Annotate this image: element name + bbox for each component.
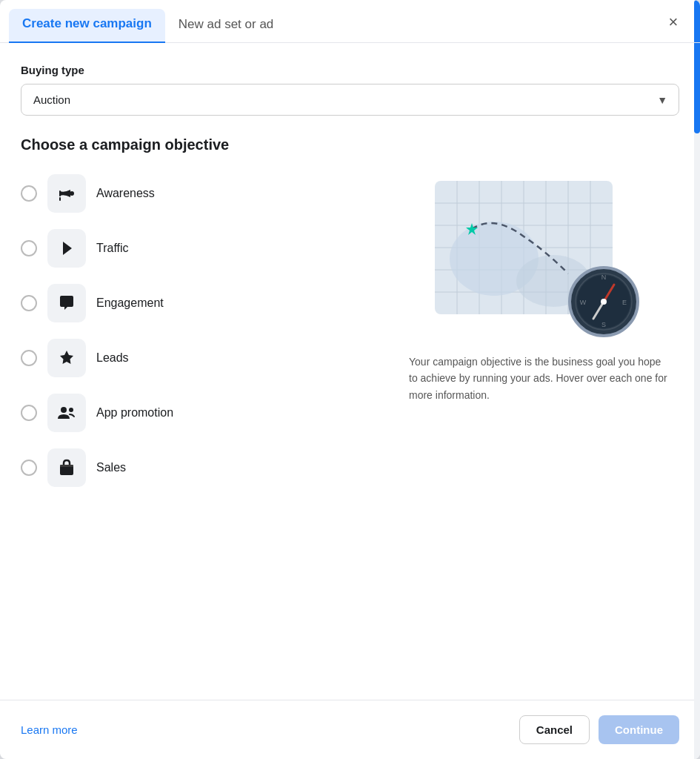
awareness-icon <box>57 184 76 203</box>
modal-header: Create new campaign New ad set or ad × <box>0 0 700 43</box>
radio-engagement[interactable] <box>21 295 37 311</box>
radio-sales[interactable] <box>21 460 37 476</box>
objective-right-panel: N S E W Your campaign objective is the b… <box>398 170 679 700</box>
objective-item-sales[interactable]: Sales <box>21 444 374 491</box>
leads-icon <box>57 348 76 368</box>
leads-icon-box <box>47 339 86 377</box>
traffic-label: Traffic <box>96 242 129 255</box>
engagement-icon <box>57 294 76 313</box>
objective-item-leads[interactable]: Leads <box>21 334 374 382</box>
app-promotion-label: App promotion <box>96 406 173 420</box>
section-title: Choose a campaign objective <box>21 136 679 153</box>
engagement-icon-box <box>47 284 86 322</box>
objective-item-traffic[interactable]: Traffic <box>21 225 374 272</box>
modal-body: Buying type Auction Reach and frequency … <box>0 43 700 700</box>
svg-text:N: N <box>601 274 607 281</box>
objective-description: Your campaign objective is the business … <box>409 354 668 403</box>
objectives-layout: Awareness Traffic <box>21 170 679 700</box>
modal-footer: Learn more Cancel Continue <box>0 700 700 759</box>
objective-item-awareness[interactable]: Awareness <box>21 170 374 217</box>
objectives-list: Awareness Traffic <box>21 170 374 700</box>
svg-point-3 <box>61 407 67 413</box>
svg-point-4 <box>69 408 73 412</box>
sales-label: Sales <box>96 461 126 474</box>
buying-type-select[interactable]: Auction Reach and frequency <box>21 84 679 116</box>
continue-button[interactable]: Continue <box>599 715 679 744</box>
buying-type-label: Buying type <box>21 64 679 76</box>
objective-item-app-promotion[interactable]: App promotion <box>21 389 374 437</box>
traffic-icon-box <box>47 229 86 268</box>
svg-point-0 <box>70 191 74 196</box>
radio-awareness[interactable] <box>21 185 37 202</box>
svg-rect-6 <box>60 465 73 467</box>
awareness-icon-box <box>47 174 86 213</box>
footer-buttons: Cancel Continue <box>519 715 679 744</box>
awareness-label: Awareness <box>96 187 155 200</box>
svg-text:S: S <box>601 321 606 328</box>
learn-more-link[interactable]: Learn more <box>21 723 78 736</box>
create-campaign-modal: Create new campaign New ad set or ad × B… <box>0 0 700 759</box>
cancel-button[interactable]: Cancel <box>519 715 590 744</box>
radio-leads[interactable] <box>21 350 37 366</box>
buying-type-select-wrapper: Auction Reach and frequency ▼ <box>21 84 679 116</box>
sales-icon-box <box>47 448 86 487</box>
tab-create-campaign[interactable]: Create new campaign <box>9 9 165 43</box>
objective-item-engagement[interactable]: Engagement <box>21 279 374 327</box>
map-illustration: N S E W <box>420 170 657 340</box>
svg-point-32 <box>601 299 607 305</box>
sales-icon <box>57 458 76 477</box>
radio-app-promotion[interactable] <box>21 405 37 421</box>
tab-new-ad-set[interactable]: New ad set or ad <box>165 10 287 42</box>
close-button[interactable]: × <box>660 9 687 36</box>
traffic-icon <box>57 239 76 258</box>
leads-label: Leads <box>96 351 129 365</box>
svg-text:W: W <box>580 299 587 306</box>
engagement-label: Engagement <box>96 296 164 310</box>
svg-text:E: E <box>622 299 627 306</box>
app-promotion-icon-box <box>47 394 86 432</box>
campaign-objective-illustration: N S E W <box>420 170 657 340</box>
radio-traffic[interactable] <box>21 240 37 256</box>
app-promotion-icon <box>56 402 77 423</box>
scrollbar[interactable] <box>694 0 700 759</box>
